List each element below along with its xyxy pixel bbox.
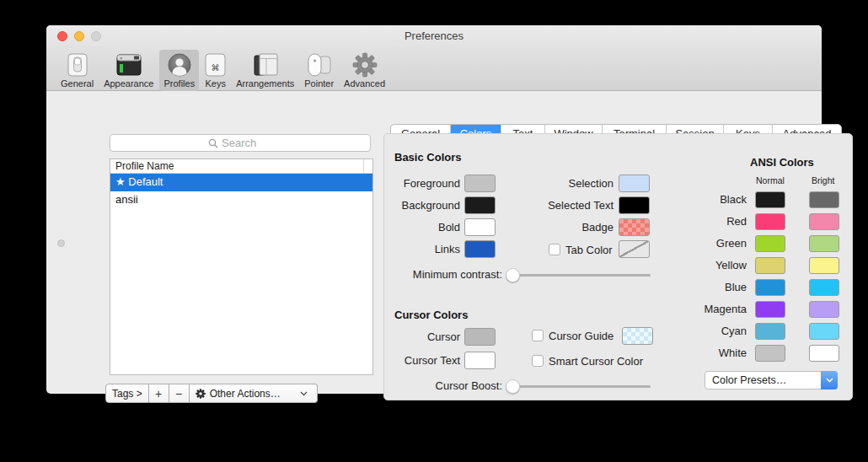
toolbar-item-general[interactable]: General bbox=[56, 50, 98, 91]
minimum-contrast-slider-track[interactable] bbox=[509, 274, 651, 277]
ansi-yellow-bright-well[interactable] bbox=[809, 257, 839, 274]
chevron-down-icon bbox=[300, 391, 308, 396]
selection-color-well[interactable] bbox=[619, 175, 650, 192]
foreground-label: Foreground bbox=[384, 177, 460, 190]
toolbar-label: Pointer bbox=[304, 78, 334, 89]
foreground-color-well[interactable] bbox=[464, 175, 496, 192]
ansi-magenta-normal-well[interactable] bbox=[755, 301, 785, 318]
badge-label: Badge bbox=[529, 221, 613, 234]
ansi-red-normal-well[interactable] bbox=[755, 213, 785, 230]
tags-button[interactable]: Tags > bbox=[105, 384, 149, 403]
dropdown-cap bbox=[821, 371, 838, 389]
background-color-well[interactable] bbox=[464, 196, 496, 214]
gear-icon bbox=[196, 389, 206, 399]
cursor-guide-color-well[interactable] bbox=[622, 327, 653, 345]
profile-row-ansii[interactable]: ansii bbox=[110, 191, 372, 209]
tab-color-checkbox[interactable] bbox=[549, 244, 560, 255]
other-actions-dropdown[interactable]: Other Actions… bbox=[190, 384, 318, 403]
ansi-black-bright-well[interactable] bbox=[809, 191, 839, 208]
toolbar-item-profiles[interactable]: Profiles bbox=[159, 50, 199, 91]
add-profile-button[interactable]: + bbox=[149, 384, 169, 403]
color-presets-dropdown[interactable]: Color Presets… bbox=[705, 371, 838, 389]
scrollbar-column bbox=[363, 159, 372, 173]
ansi-row-label: Blue bbox=[688, 281, 747, 293]
cursor-label: Cursor bbox=[384, 330, 460, 343]
smart-cursor-color-checkbox[interactable] bbox=[532, 355, 544, 367]
selection-label: Selection bbox=[529, 177, 613, 190]
tab-color-well[interactable] bbox=[619, 240, 650, 258]
ansi-magenta-bright-well[interactable] bbox=[809, 301, 839, 318]
color-presets-label: Color Presets… bbox=[712, 374, 786, 386]
background-label: Background bbox=[384, 199, 460, 212]
bold-color-well[interactable] bbox=[464, 218, 496, 236]
minimum-contrast-slider-knob[interactable] bbox=[506, 268, 520, 282]
links-color-well[interactable] bbox=[464, 240, 496, 258]
ansi-row-label: White bbox=[688, 346, 747, 359]
profile-row-default[interactable]: ★ Default bbox=[110, 174, 372, 191]
chevron-down-icon bbox=[826, 378, 833, 383]
ansi-row-label: Yellow bbox=[688, 259, 747, 271]
preferences-toolbar: General × Appearance Profiles ⌘ Keys Arr… bbox=[46, 47, 822, 91]
column-header-profile-name: Profile Name bbox=[110, 159, 363, 173]
arrangements-icon bbox=[253, 51, 278, 78]
search-icon bbox=[208, 138, 218, 148]
ansi-green-normal-well[interactable] bbox=[755, 235, 785, 252]
cursor-boost-label: Cursor Boost: bbox=[384, 379, 502, 392]
profile-list: Profile Name ★ Default ansii bbox=[110, 158, 373, 375]
toolbar-label: Arrangements bbox=[236, 78, 294, 89]
ansi-yellow-normal-well[interactable] bbox=[755, 257, 785, 274]
cursor-text-color-well[interactable] bbox=[464, 352, 496, 369]
ansi-cyan-normal-well[interactable] bbox=[755, 323, 785, 340]
cursor-boost-slider-track[interactable] bbox=[509, 385, 651, 388]
profile-footer-bar: Tags > + − Other Actions… bbox=[105, 384, 318, 403]
ansi-cyan-bright-well[interactable] bbox=[809, 323, 839, 340]
ansi-white-normal-well[interactable] bbox=[755, 345, 785, 362]
cursor-guide-checkbox[interactable] bbox=[532, 330, 544, 341]
toolbar-label: Keys bbox=[205, 78, 225, 89]
svg-text:⌘: ⌘ bbox=[212, 63, 220, 73]
ansi-row-label: Magenta bbox=[688, 303, 747, 315]
tab-color-label: Tab Color bbox=[565, 244, 613, 256]
search-field[interactable] bbox=[110, 134, 371, 152]
ansi-row-label: Red bbox=[688, 215, 747, 228]
cursor-boost-slider-knob[interactable] bbox=[506, 379, 520, 394]
toolbar-item-arrangements[interactable]: Arrangements bbox=[232, 50, 298, 91]
ansi-colors-heading: ANSI Colors bbox=[750, 156, 814, 169]
toolbar-label: Appearance bbox=[104, 78, 153, 89]
ansi-white-bright-well[interactable] bbox=[809, 345, 839, 362]
minimum-contrast-label: Minimum contrast: bbox=[384, 268, 502, 281]
badge-color-well[interactable] bbox=[619, 218, 650, 236]
svg-text:×: × bbox=[120, 56, 123, 61]
preferences-window: Preferences General × Appearance Profile… bbox=[46, 25, 822, 394]
basic-colors-heading: Basic Colors bbox=[394, 151, 461, 164]
remove-profile-button[interactable]: − bbox=[169, 384, 190, 403]
toolbar-item-advanced[interactable]: Advanced bbox=[340, 50, 389, 91]
toolbar-item-pointer[interactable]: Pointer bbox=[300, 50, 338, 91]
window-title: Preferences bbox=[46, 30, 822, 42]
keys-icon: ⌘ bbox=[205, 51, 226, 78]
toolbar-item-keys[interactable]: ⌘ Keys bbox=[201, 50, 230, 91]
title-bar: Preferences bbox=[46, 25, 822, 47]
screen-background: Preferences General × Appearance Profile… bbox=[0, 0, 868, 462]
ansi-red-bright-well[interactable] bbox=[809, 213, 839, 230]
ansi-green-bright-well[interactable] bbox=[809, 235, 839, 252]
cursor-color-well[interactable] bbox=[464, 328, 496, 346]
cursor-guide-label: Cursor Guide bbox=[549, 330, 613, 342]
toolbar-label: General bbox=[61, 78, 94, 89]
selected-text-label: Selected Text bbox=[529, 199, 613, 212]
profile-list-header[interactable]: Profile Name bbox=[110, 159, 372, 174]
window-edge-dot bbox=[57, 239, 65, 247]
search-input[interactable] bbox=[222, 137, 272, 149]
bold-label: Bold bbox=[384, 221, 460, 234]
ansi-blue-normal-well[interactable] bbox=[755, 279, 785, 296]
selected-text-color-well[interactable] bbox=[619, 196, 650, 214]
colors-tab-panel: Basic Colors Foreground Background Bold … bbox=[383, 133, 853, 400]
ansi-row-label: Green bbox=[688, 237, 747, 250]
smart-cursor-color-label: Smart Cursor Color bbox=[549, 355, 643, 368]
toolbar-label: Profiles bbox=[163, 78, 195, 89]
toolbar-item-appearance[interactable]: × Appearance bbox=[99, 50, 158, 91]
ansi-row-label: Black bbox=[688, 193, 747, 206]
appearance-icon: × bbox=[116, 51, 142, 78]
ansi-blue-bright-well[interactable] bbox=[809, 279, 839, 296]
ansi-black-normal-well[interactable] bbox=[755, 191, 785, 208]
